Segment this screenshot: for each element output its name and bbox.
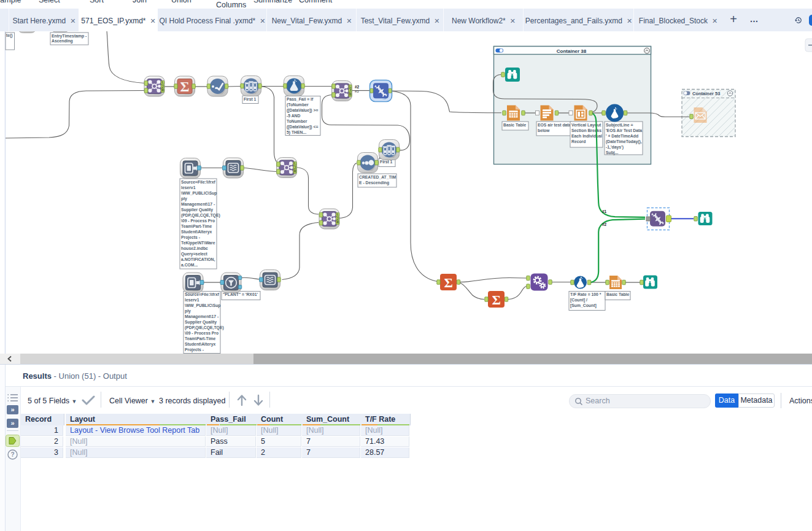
svg-text:First 1: First 1 [244, 97, 257, 101]
svg-text:Student\Alteryx: Student\Alteryx [181, 230, 212, 234]
svg-text:Query=select: Query=select [181, 252, 208, 257]
svg-text:Projects -: Projects - [181, 235, 200, 240]
svg-text:Supplier Quality: Supplier Quality [181, 207, 213, 212]
svg-text:a.COM...: a.COM... [181, 263, 198, 267]
svg-text:[Sum_Count]: [Sum_Count] [570, 303, 597, 308]
svg-text:E - Descending: E - Descending [359, 180, 389, 185]
svg-text:' + DateTimeAdd: ' + DateTimeAdd [606, 134, 638, 138]
svg-text:Basic Table: Basic Table [606, 292, 629, 297]
svg-text:house2.indbc: house2.indbc [181, 246, 208, 250]
svg-text:\09 - Process Pro: \09 - Process Pro [181, 219, 215, 223]
svg-text:(PDP,QIE,CQE,TQE): (PDP,QIE,CQE,TQE) [181, 213, 220, 218]
svg-text:\WW_PUBLIC\Sup: \WW_PUBLIC\Sup [185, 303, 221, 308]
svg-text:Container 53: Container 53 [692, 91, 720, 96]
svg-text:Management\17 -: Management\17 - [185, 314, 218, 319]
svg-text:([DataValue]) <=: ([DataValue]) <= [287, 125, 318, 130]
svg-text:(DateTimeToday(),: (DateTimeToday(), [606, 139, 642, 144]
svg-text:leserv1: leserv1 [181, 185, 196, 190]
svg-text:Vertical Layout: Vertical Layout [571, 123, 601, 128]
svg-text:ToNumber: ToNumber [287, 119, 307, 123]
svg-text:Team\Part-Time: Team\Part-Time [185, 336, 216, 341]
svg-text:T/F Rate = 100 *: T/F Rate = 100 * [570, 292, 601, 297]
svg-text:Basic Table: Basic Table [503, 123, 526, 127]
svg-text:Σ: Σ [492, 292, 501, 308]
svg-text:Section Breaks: Section Breaks [571, 128, 601, 133]
svg-text:Subj...: Subj... [606, 150, 619, 155]
svg-text:\09 - Process Pro: \09 - Process Pro [185, 331, 218, 335]
svg-text:-1,'days'): -1,'days') [606, 145, 624, 150]
svg-text:Source=File:\\frxf: Source=File:\\frxf [181, 180, 215, 184]
svg-text:Record: Record [571, 139, 586, 144]
svg-text:ply: ply [181, 196, 187, 201]
svg-text:([DataValue]) >=: ([DataValue]) >= [287, 108, 318, 113]
svg-text:#3: #3 [355, 90, 359, 93]
svg-text:TeKippe\NT\Ware: TeKippe\NT\Ware [181, 241, 215, 246]
svg-text:L: L [337, 213, 339, 216]
svg-text:Supplier Quality: Supplier Quality [185, 320, 217, 325]
svg-text:Σ: Σ [444, 275, 453, 290]
svg-text:5) THEN...: 5) THEN... [287, 130, 306, 135]
svg-text:Pass_Fail = If: Pass_Fail = If [287, 97, 314, 101]
svg-text:(ToNumber: (ToNumber [287, 103, 309, 107]
svg-text:Each Individual: Each Individual [571, 134, 602, 138]
svg-text:EntryTimestamp -: EntryTimestamp - [52, 34, 87, 39]
svg-text:ply: ply [185, 309, 191, 314]
svg-text:CREATED_AT_TIM: CREATED_AT_TIM [359, 175, 396, 179]
svg-text:below: below [538, 128, 550, 133]
svg-text:L: L [294, 162, 296, 165]
svg-text:#2: #2 [602, 222, 607, 227]
svg-text:a.NOTIFICATION,: a.NOTIFICATION, [181, 257, 215, 262]
svg-text:Ascending: Ascending [52, 39, 73, 44]
svg-text:Σ: Σ [180, 79, 189, 95]
svg-text:Student\Alteryx: Student\Alteryx [185, 342, 215, 347]
svg-text:#1: #1 [602, 209, 607, 214]
svg-text:[Count] /: [Count] / [570, 298, 587, 303]
svg-text:(PDP,QIE,CQE,TQE): (PDP,QIE,CQE,TQE) [185, 325, 224, 330]
svg-text:#2: #2 [355, 85, 360, 89]
svg-text:-5 AND: -5 AND [287, 114, 300, 118]
svg-text:leserv1: leserv1 [185, 298, 199, 302]
svg-text:Management\17 -: Management\17 - [181, 202, 215, 207]
svg-text:Projects -: Projects - [185, 347, 204, 352]
svg-text:Team\Part-Time: Team\Part-Time [181, 224, 212, 228]
svg-text:te(): te() [6, 33, 13, 38]
svg-text:EOS air test data: EOS air test data [538, 123, 571, 127]
svg-text:First 1: First 1 [380, 160, 393, 164]
svg-text:Container 38: Container 38 [557, 48, 587, 54]
svg-text:L: L [162, 81, 164, 84]
svg-text:L: L [349, 85, 351, 88]
svg-text:\WW_PUBLIC\Sup: \WW_PUBLIC\Sup [181, 191, 217, 196]
svg-text:'EOS Air Test Data: 'EOS Air Test Data [606, 128, 642, 133]
svg-text:SubjectLine =: SubjectLine = [606, 123, 633, 128]
